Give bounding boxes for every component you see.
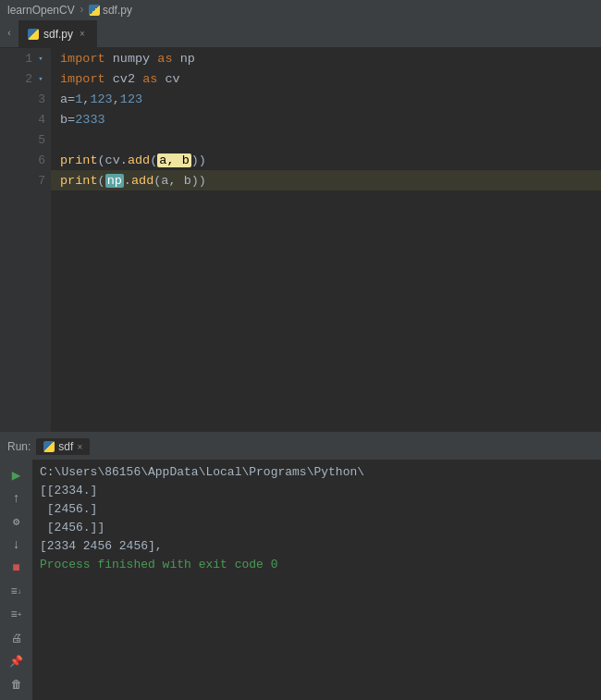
rerun-button[interactable]: ≡↓ [6, 582, 28, 601]
token-b-assign: b= [60, 113, 75, 127]
breadcrumb-project[interactable]: learnOpenCV [7, 4, 75, 17]
token-import-1: import [60, 52, 105, 66]
line-number-5: 5 [27, 133, 45, 147]
token-comma1: , [82, 92, 90, 106]
run-tab-close[interactable]: × [77, 442, 82, 452]
token-cv: cv [157, 72, 179, 86]
pin-button[interactable]: 📌 [6, 652, 28, 671]
token-args-7: (a, b)) [153, 174, 206, 188]
tab-python-icon [28, 29, 39, 40]
token-as-2: as [142, 72, 157, 86]
tab-close-button[interactable]: × [78, 28, 87, 40]
token-cv2: cv2 [105, 72, 143, 86]
breadcrumb-file: sdf.py [89, 4, 132, 17]
token-123a: 123 [90, 92, 112, 106]
run-tab-bar: Run: sdf × [0, 434, 601, 460]
run-label: Run: [7, 440, 31, 453]
tab-sdf-py[interactable]: sdf.py × [18, 20, 97, 47]
code-line-5 [51, 129, 601, 150]
gutter-row-2: 2 ▾ [0, 68, 51, 89]
breadcrumb-filename: sdf.py [103, 4, 132, 17]
token-a-assign: a= [60, 92, 75, 106]
delete-button[interactable]: 🗑 [6, 675, 28, 694]
output-line-1: [[2334.] [40, 482, 594, 500]
output-line-success: Process finished with exit code 0 [40, 556, 594, 574]
breadcrumb: learnOpenCV › sdf.py [0, 0, 601, 20]
run-output: C:\Users\86156\AppData\Local\Programs\Py… [32, 460, 601, 700]
gutter-row-6: 6 [0, 150, 51, 170]
token-paren-7: ( [98, 174, 105, 188]
gutter-row-7: 7 [0, 170, 51, 190]
print-button[interactable]: 🖨 [6, 628, 28, 647]
wrench-button[interactable]: ⚙ [6, 511, 28, 531]
tab-bar: ‹ sdf.py × [0, 20, 601, 48]
line-number-1: 1 [14, 52, 32, 66]
line-number-3: 3 [27, 92, 45, 106]
run-tab-label: sdf [58, 440, 73, 453]
code-line-4: b=2333 [51, 109, 601, 129]
line-gutter: 1 ▾ 2 ▾ 3 4 5 6 7 [0, 48, 51, 432]
stop-button[interactable]: ■ [6, 559, 28, 578]
gutter-row-5: 5 [0, 129, 51, 150]
fold-icon-1[interactable]: ▾ [36, 54, 45, 63]
token-hl-teal-np: np [105, 174, 124, 188]
scroll-up-button[interactable]: ↑ [6, 488, 28, 508]
token-add-6: add [128, 154, 150, 167]
editor-area: 1 ▾ 2 ▾ 3 4 5 6 7 import numpy [0, 48, 601, 432]
code-line-3: a=1,123,123 [51, 89, 601, 109]
breadcrumb-separator: › [79, 4, 85, 17]
code-editor[interactable]: import numpy as np import cv2 as cv a=1,… [51, 48, 601, 432]
code-line-2: import cv2 as cv [51, 68, 601, 89]
output-line-2: [2456.] [40, 500, 594, 519]
token-paren2-6: ( [150, 154, 157, 167]
token-dot-7: . [124, 174, 131, 188]
token-print-7: print [60, 174, 98, 188]
breadcrumb-python-icon [89, 5, 100, 16]
token-paren-open-6: (cv. [98, 154, 128, 167]
code-line-7: print(np.add(a, b)) [51, 170, 601, 190]
run-content: ▶ ↑ ⚙ ↓ ■ ≡↓ ≡+ 🖨 📌 🗑 C:\Users\86156\App… [0, 460, 601, 700]
run-button[interactable]: ▶ [6, 465, 28, 485]
output-line-path: C:\Users\86156\AppData\Local\Programs\Py… [40, 463, 594, 482]
line-number-6: 6 [27, 154, 45, 167]
token-import-2: import [60, 72, 105, 86]
token-hl-yellow: a, b [157, 154, 190, 167]
gutter-row-3: 3 [0, 89, 51, 109]
scroll-down-button[interactable]: ↓ [6, 535, 28, 555]
code-line-6: print(cv.add(a, b)) [51, 150, 601, 170]
token-comma2: , [113, 92, 120, 106]
token-2333: 2333 [75, 113, 104, 127]
token-np: np [173, 52, 195, 66]
fold-icon-2[interactable]: ▾ [36, 74, 45, 83]
tab-scroll-left[interactable]: ‹ [0, 20, 18, 47]
gutter-row-1: 1 ▾ [0, 48, 51, 68]
line-number-7: 7 [27, 174, 45, 188]
output-line-4: [2334 2456 2456], [40, 537, 594, 556]
line-number-4: 4 [27, 113, 45, 127]
run-panel: Run: sdf × ▶ ↑ ⚙ ↓ ■ ≡↓ ≡+ 🖨 📌 🗑 C:\User… [0, 432, 601, 700]
output-line-3: [2456.]] [40, 519, 594, 537]
token-123b: 123 [120, 92, 142, 106]
run-tab-sdf[interactable]: sdf × [36, 438, 90, 455]
token-space-1: numpy [105, 52, 158, 66]
token-1: 1 [75, 92, 82, 106]
token-close-6: )) [191, 154, 206, 167]
token-print-6: print [60, 154, 98, 167]
token-add-7: add [131, 174, 153, 188]
run-tab-python-icon [43, 441, 55, 452]
token-as-1: as [157, 52, 172, 66]
code-line-1: import numpy as np [51, 48, 601, 68]
line-number-2: 2 [14, 72, 32, 86]
list-button[interactable]: ≡+ [6, 605, 28, 624]
tab-label: sdf.py [43, 28, 73, 41]
code-lines-container: import numpy as np import cv2 as cv a=1,… [51, 48, 601, 190]
gutter-row-4: 4 [0, 109, 51, 129]
run-toolbar: ▶ ↑ ⚙ ↓ ■ ≡↓ ≡+ 🖨 📌 🗑 [0, 460, 32, 700]
